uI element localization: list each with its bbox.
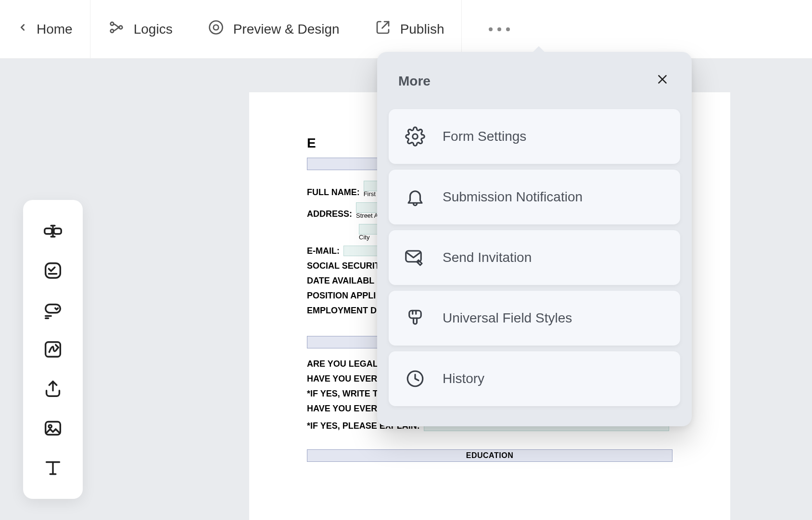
tool-dropdown[interactable] [33, 290, 73, 330]
label-legal: ARE YOU LEGAL [307, 359, 378, 369]
logics-icon [108, 19, 125, 39]
menu-submission-notification[interactable]: Submission Notification [389, 170, 680, 224]
nav-more-button[interactable] [462, 0, 537, 58]
clock-icon [402, 369, 428, 389]
svg-point-22 [413, 134, 418, 139]
nav-preview-design[interactable]: Preview & Design [190, 0, 357, 58]
tool-signature[interactable] [33, 330, 73, 369]
external-link-icon [374, 19, 392, 39]
label-email: E-MAIL: [307, 246, 340, 256]
label-date-available: DATE AVAILABL [307, 276, 374, 286]
menu-universal-field-styles-label: Universal Field Styles [443, 310, 572, 326]
svg-line-5 [382, 22, 389, 28]
svg-rect-7 [54, 228, 61, 234]
tool-text[interactable] [33, 448, 73, 487]
tool-text-field[interactable] [33, 211, 73, 251]
more-dots-icon [489, 27, 510, 31]
nav-logics-label: Logics [134, 22, 173, 37]
nav-publish-label: Publish [400, 22, 444, 37]
label-employment: EMPLOYMENT D [307, 306, 377, 316]
close-button[interactable] [652, 70, 672, 92]
svg-point-4 [213, 25, 218, 30]
tool-checkbox[interactable] [33, 251, 73, 290]
top-nav: Home Logics Preview & Design Publish [0, 0, 812, 59]
nav-home[interactable]: Home [0, 0, 90, 58]
chevron-left-icon [17, 20, 28, 38]
menu-submission-notification-label: Submission Notification [443, 189, 583, 205]
more-popover: More Form Settings Submission Notificati… [377, 52, 692, 426]
menu-form-settings-label: Form Settings [443, 129, 526, 144]
tool-upload[interactable] [33, 369, 73, 409]
menu-send-invitation[interactable]: Send Invitation [389, 230, 680, 285]
svg-rect-9 [46, 263, 61, 278]
label-position: POSITION APPLI [307, 291, 376, 301]
nav-publish[interactable]: Publish [357, 0, 462, 58]
menu-history[interactable]: History [389, 351, 680, 406]
tool-image[interactable] [33, 409, 73, 448]
svg-point-16 [49, 425, 51, 428]
popover-header: More [389, 56, 680, 103]
nav-home-label: Home [37, 22, 73, 37]
left-toolbar [23, 200, 83, 499]
svg-point-3 [209, 21, 222, 34]
eye-target-icon [207, 19, 225, 39]
mail-edit-icon [402, 248, 428, 268]
doc-section-education: EDUCATION [307, 449, 672, 462]
bell-icon [402, 187, 428, 207]
svg-rect-6 [45, 228, 52, 234]
nav-logics[interactable]: Logics [90, 0, 190, 58]
label-full-name: FULL NAME: [307, 187, 360, 198]
nav-preview-label: Preview & Design [233, 22, 340, 37]
close-icon [656, 73, 669, 86]
menu-history-label: History [443, 371, 484, 386]
label-address: ADDRESS: [307, 209, 352, 219]
label-ssn: SOCIAL SECURIT [307, 261, 380, 271]
paint-brush-icon [402, 308, 428, 328]
popover-title: More [398, 74, 431, 89]
menu-send-invitation-label: Send Invitation [443, 250, 532, 265]
svg-rect-24 [409, 310, 421, 318]
gear-icon [402, 126, 428, 147]
label-ever: HAVE YOU EVER [307, 374, 377, 384]
menu-form-settings[interactable]: Form Settings [389, 109, 680, 164]
label-if-yes-write: *IF YES, WRITE T [307, 389, 378, 399]
menu-universal-field-styles[interactable]: Universal Field Styles [389, 291, 680, 346]
